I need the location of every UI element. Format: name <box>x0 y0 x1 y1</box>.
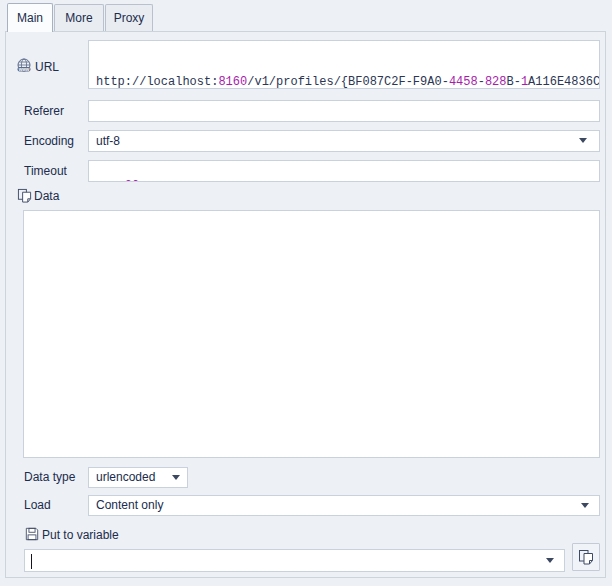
tab-content-panel <box>5 31 606 578</box>
tab-more-label: More <box>65 11 92 25</box>
http-request-settings-panel: Main More Proxy www URL http://localhost… <box>0 0 612 586</box>
tab-main-label: Main <box>17 11 43 25</box>
tab-proxy[interactable]: Proxy <box>105 4 153 31</box>
tab-more[interactable]: More <box>54 4 104 31</box>
tab-proxy-label: Proxy <box>114 11 145 25</box>
tab-main[interactable]: Main <box>7 3 53 32</box>
